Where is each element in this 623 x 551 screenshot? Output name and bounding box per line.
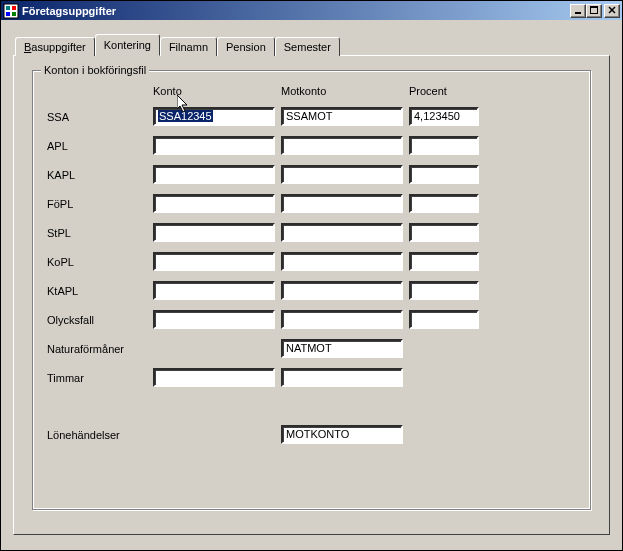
kopl-konto-input[interactable] [153, 252, 275, 271]
tab-semester[interactable]: Semester [275, 37, 340, 56]
svg-rect-1 [6, 6, 10, 10]
row-label-natura: Naturaförmåner [47, 343, 147, 355]
apl-konto-input[interactable] [153, 136, 275, 155]
row-label-kopl: KoPL [47, 256, 147, 268]
ktapl-procent-input[interactable] [409, 281, 479, 300]
timmar-motkonto-input[interactable] [281, 368, 403, 387]
fopl-konto-input[interactable] [153, 194, 275, 213]
tab-pension[interactable]: Pension [217, 37, 275, 56]
ktapl-motkonto-input[interactable] [281, 281, 403, 300]
natura-motkonto-input[interactable]: NATMOT [281, 339, 403, 358]
titlebar: Företagsuppgifter [1, 1, 622, 20]
row-label-ktapl: KtAPL [47, 285, 147, 297]
row-label-stpl: StPL [47, 227, 147, 239]
app-icon [3, 3, 19, 19]
row-label-lone: Lönehändelser [47, 429, 147, 441]
fopl-motkonto-input[interactable] [281, 194, 403, 213]
timmar-konto-input[interactable] [153, 368, 275, 387]
fopl-procent-input[interactable] [409, 194, 479, 213]
row-label-kapl: KAPL [47, 169, 147, 181]
olycks-procent-input[interactable] [409, 310, 479, 329]
ssa-procent-input[interactable]: 4,123450 [409, 107, 479, 126]
col-header-konto: Konto [153, 85, 275, 97]
group-legend: Konton i bokföringsfil [41, 64, 149, 76]
window-title: Företagsuppgifter [22, 5, 570, 17]
row-label-olycks: Olycksfall [47, 314, 147, 326]
tab-page-kontering: Konton i bokföringsfil Konto Motkonto Pr… [13, 55, 610, 535]
svg-rect-3 [6, 12, 10, 16]
maximize-button[interactable] [586, 4, 602, 18]
kopl-procent-input[interactable] [409, 252, 479, 271]
kapl-motkonto-input[interactable] [281, 165, 403, 184]
close-button[interactable] [604, 4, 620, 18]
ktapl-konto-input[interactable] [153, 281, 275, 300]
tab-filnamn[interactable]: Filnamn [160, 37, 217, 56]
stpl-konto-input[interactable] [153, 223, 275, 242]
client-area: Basuppgifter Kontering Filnamn Pension S… [1, 20, 622, 550]
row-label-timmar: Timmar [47, 372, 147, 384]
ssa-motkonto-input[interactable]: SSAMOT [281, 107, 403, 126]
kapl-konto-input[interactable] [153, 165, 275, 184]
tab-basuppgifter[interactable]: Basuppgifter [15, 37, 95, 56]
row-label-fopl: FöPL [47, 198, 147, 210]
stpl-procent-input[interactable] [409, 223, 479, 242]
apl-procent-input[interactable] [409, 136, 479, 155]
accounts-grid: Konto Motkonto Procent SSA SSA12345 SSAM… [47, 85, 576, 444]
svg-rect-2 [12, 6, 16, 10]
lone-motkonto-input[interactable]: MOTKONTO [281, 425, 403, 444]
kapl-procent-input[interactable] [409, 165, 479, 184]
olycks-konto-input[interactable] [153, 310, 275, 329]
kopl-motkonto-input[interactable] [281, 252, 403, 271]
row-label-ssa: SSA [47, 111, 147, 123]
col-header-procent: Procent [409, 85, 479, 97]
row-label-apl: APL [47, 140, 147, 152]
group-konton: Konton i bokföringsfil Konto Motkonto Pr… [32, 70, 591, 510]
window-controls [570, 4, 620, 18]
window: Företagsuppgifter Basuppgifter Kontering… [0, 0, 623, 551]
svg-rect-7 [590, 6, 598, 8]
svg-rect-5 [575, 12, 581, 14]
minimize-button[interactable] [570, 4, 586, 18]
ssa-konto-input[interactable]: SSA12345 [153, 107, 275, 126]
tab-kontering[interactable]: Kontering [95, 34, 160, 56]
col-header-motkonto: Motkonto [281, 85, 403, 97]
apl-motkonto-input[interactable] [281, 136, 403, 155]
tabstrip: Basuppgifter Kontering Filnamn Pension S… [15, 34, 610, 55]
olycks-motkonto-input[interactable] [281, 310, 403, 329]
svg-rect-4 [12, 12, 16, 16]
stpl-motkonto-input[interactable] [281, 223, 403, 242]
